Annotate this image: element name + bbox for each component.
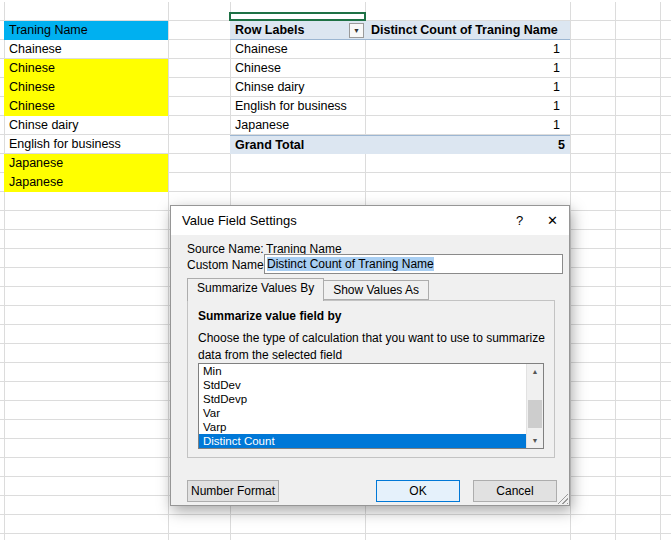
custom-name-label: Custom Name: [187,258,267,272]
list-item-stddevp[interactable]: StdDevp [199,392,527,406]
grand-total-label-cell[interactable]: Grand Total [230,135,366,154]
summarize-heading: Summarize value field by [198,309,341,323]
scrollbar-thumb[interactable] [528,400,542,428]
source-name-label: Source Name: [187,242,264,256]
custom-name-input[interactable]: Distinct Count of Traning Name [264,254,563,274]
source-cell[interactable]: Chinese [4,97,168,116]
ok-button[interactable]: OK [376,480,460,502]
source-cell[interactable]: Chinese [4,59,168,78]
custom-name-value: Distinct Count of Traning Name [267,257,434,271]
chevron-down-icon: ▼ [353,27,360,34]
pivot-row-label[interactable]: Chinse dairy [230,78,365,97]
value-field-settings-dialog: Value Field Settings ? ✕ Source Name: Tr… [170,205,570,506]
dialog-tabs: Summarize Values By Show Values As [187,278,429,301]
close-icon[interactable]: ✕ [536,206,569,235]
filter-dropdown-button[interactable]: ▼ [349,23,364,38]
row-labels-text: Row Labels [235,23,304,37]
pivot-value-cell[interactable]: 1 [366,78,565,97]
pivot-value-cell[interactable]: 1 [366,59,565,78]
list-item-varp[interactable]: Varp [199,420,527,434]
listbox-scrollbar[interactable]: ▲ ▼ [526,364,543,448]
pivot-row-label[interactable]: English for business [230,97,365,116]
pivot-row-label[interactable]: Chinese [230,59,365,78]
pivot-value-cell[interactable]: 1 [366,116,565,135]
source-cell[interactable]: English for business [4,135,168,154]
summarize-tab-page: Summarize value field by Choose the type… [187,300,555,458]
source-header-cell[interactable]: Traning Name [4,21,168,40]
pivot-row-labels-header[interactable]: Row Labels ▼ [230,21,366,40]
source-cell[interactable]: Japanese [4,154,168,173]
source-cell[interactable]: Chainese [4,40,168,59]
list-item-distinct-count[interactable]: Distinct Count [199,434,527,448]
pivot-value-cell[interactable]: 1 [366,40,565,59]
scroll-up-icon[interactable]: ▲ [527,364,543,379]
source-cell[interactable]: Chinese [4,78,168,97]
number-format-button[interactable]: Number Format [187,480,279,502]
dialog-title: Value Field Settings [171,206,503,235]
active-cell-selection [229,12,366,21]
tab-show-values-as[interactable]: Show Values As [324,280,429,300]
list-item-min[interactable]: Min [199,364,527,378]
scroll-down-icon[interactable]: ▼ [527,433,543,448]
grand-total-value-cell[interactable]: 5 [366,135,570,154]
pivot-row-label[interactable]: Chainese [230,40,365,59]
pivot-values-header[interactable]: Distinct Count of Traning Name [366,21,570,40]
dialog-titlebar[interactable]: Value Field Settings ? ✕ [171,206,569,235]
list-item-var[interactable]: Var [199,406,527,420]
source-cell[interactable]: Japanese [4,173,168,192]
help-icon[interactable]: ? [503,206,536,235]
source-cell[interactable]: Chinse dairy [4,116,168,135]
excel-worksheet: Traning Name Chainese Chinese Chinese Ch… [0,0,671,540]
cancel-button[interactable]: Cancel [473,480,557,502]
calculation-listbox[interactable]: Min StdDev StdDevp Var Varp Distinct Cou… [198,363,544,449]
tab-summarize-values-by[interactable]: Summarize Values By [187,278,324,301]
description-line2: data from the selected field [198,348,342,362]
description-line1: Choose the type of calculation that you … [198,331,545,345]
list-item-stddev[interactable]: StdDev [199,378,527,392]
pivot-row-label[interactable]: Japanese [230,116,365,135]
pivot-value-cell[interactable]: 1 [366,97,565,116]
